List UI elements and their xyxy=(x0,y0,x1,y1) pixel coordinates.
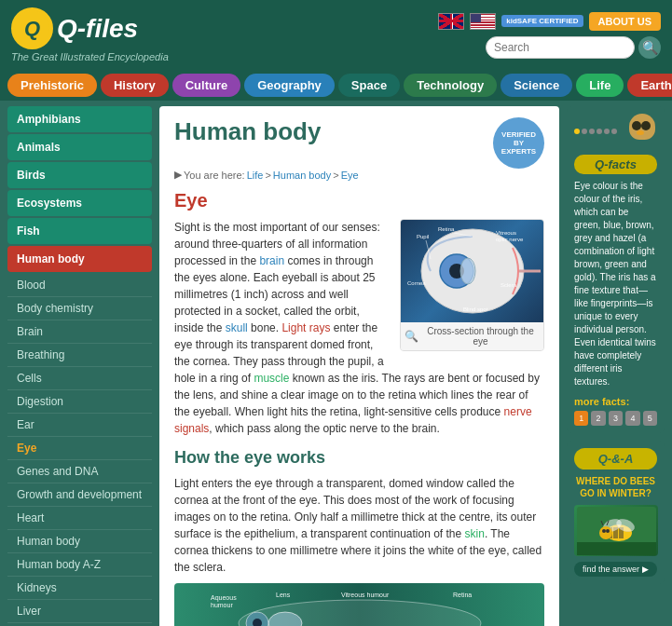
breadcrumb: ▶ You are here: Life > Human body > Eye xyxy=(174,169,544,181)
qanda-title-box: Q-&-A xyxy=(574,448,657,470)
qanda-box: Q-&-A WHERE DO BEES GO IN WINTER? xyxy=(567,441,665,584)
nav-history[interactable]: History xyxy=(101,74,169,97)
logo-q-icon: Q xyxy=(11,7,53,49)
sidebar-item-amphibians[interactable]: Amphibians xyxy=(7,106,152,132)
sidebar-link-body-chemistry[interactable]: Body chemistry xyxy=(7,297,152,320)
eye-diagram: Pupil Retina Vitreous optic nerve Cornea… xyxy=(400,219,544,351)
sidebar-link-growth[interactable]: Growth and development xyxy=(7,483,152,507)
nav-prehistoric[interactable]: Prehistoric xyxy=(7,74,97,97)
caption-text: Cross-section through the eye xyxy=(421,326,540,347)
sidebar-item-ecosystems[interactable]: Ecosystems xyxy=(7,190,152,216)
sidebar-link-eye[interactable]: Eye xyxy=(7,437,152,460)
page-dot-1[interactable]: 1 xyxy=(574,411,588,426)
sidebar-item-animals[interactable]: Animals xyxy=(7,134,152,160)
svg-text:Lens: Lens xyxy=(276,592,291,598)
dot-4 xyxy=(597,129,602,134)
dot-6 xyxy=(611,129,617,134)
page-dot-4[interactable]: 4 xyxy=(625,411,639,426)
svg-text:Aqueous: Aqueous xyxy=(211,594,237,602)
sidebar-link-digestion[interactable]: Digestion xyxy=(7,390,152,414)
logo-subtitle: The Great Illustrated Encyclopedia xyxy=(11,51,169,62)
more-facts-label: more facts: xyxy=(574,396,657,407)
svg-text:Retina: Retina xyxy=(438,226,455,232)
search-row: 🔍 xyxy=(486,36,661,59)
sidebar-link-cells[interactable]: Cells xyxy=(7,367,152,390)
nav-technology[interactable]: Technology xyxy=(404,74,497,97)
page-dot-3[interactable]: 3 xyxy=(609,411,623,426)
breadcrumb-arrow-icon: ▶ xyxy=(174,169,182,181)
magnify-icon: 🔍 xyxy=(405,330,418,343)
page-dots: 1 2 3 4 5 xyxy=(574,411,657,426)
svg-text:Vitreous: Vitreous xyxy=(496,230,516,236)
breadcrumb-humanbody-link[interactable]: Human body xyxy=(273,170,331,181)
svg-text:optic nerve: optic nerve xyxy=(496,237,524,242)
nav-science[interactable]: Science xyxy=(501,74,572,97)
dot-3 xyxy=(589,129,595,134)
svg-point-33 xyxy=(606,529,610,533)
skin-link[interactable]: skin xyxy=(465,527,485,540)
breadcrumb-eye-link[interactable]: Eye xyxy=(341,170,359,181)
page-title: Human body xyxy=(174,117,321,146)
light-rays-link[interactable]: Light rays xyxy=(281,321,330,334)
flags-row: kidSAFE CERTIFIED ABOUT US xyxy=(438,12,661,31)
us-flag[interactable] xyxy=(470,13,496,30)
header-right: kidSAFE CERTIFIED ABOUT US 🔍 xyxy=(438,12,661,59)
sidebar-link-genes[interactable]: Genes and DNA xyxy=(7,460,152,483)
eye-diagram-caption: 🔍 Cross-section through the eye xyxy=(401,322,543,350)
eye-diagram-image: Pupil Retina Vitreous optic nerve Cornea… xyxy=(401,220,543,322)
search-input[interactable] xyxy=(486,36,635,59)
logo-area: Q Q-files The Great Illustrated Encyclop… xyxy=(11,7,169,62)
qfacts-title: Q-facts xyxy=(595,157,637,171)
uk-flag[interactable] xyxy=(438,13,464,30)
right-panel: Q-facts Eye colour is the colour of the … xyxy=(567,106,665,626)
sidebar-link-heart[interactable]: Heart xyxy=(7,507,152,530)
sidebar-item-fish[interactable]: Fish xyxy=(7,218,152,244)
dot-5 xyxy=(604,129,610,134)
qfacts-box: Q-facts Eye colour is the colour of the … xyxy=(567,106,665,433)
muscle-link[interactable]: muscle xyxy=(254,372,289,385)
sidebar-link-breathing[interactable]: Breathing xyxy=(7,344,152,367)
sidebar-link-brain[interactable]: Brain xyxy=(7,320,152,344)
sidebar-link-liver[interactable]: Liver xyxy=(7,600,152,623)
main-content: Human body VERIFIED BY EXPERTS ▶ You are… xyxy=(159,106,559,626)
page-dot-5[interactable]: 5 xyxy=(643,411,657,426)
qanda-title: Q-&-A xyxy=(598,452,634,466)
search-button[interactable]: 🔍 xyxy=(638,36,661,59)
about-us-button[interactable]: ABOUT US xyxy=(589,12,661,31)
sidebar-item-birds[interactable]: Birds xyxy=(7,162,152,188)
bottom-diagram: Aqueous humour Lens Vitreous humour Reti… xyxy=(174,583,544,626)
article-text-2: Light enters the eye through a transpare… xyxy=(174,475,544,576)
nav-culture[interactable]: Culture xyxy=(172,74,241,97)
page-dot-2[interactable]: 2 xyxy=(591,411,605,426)
sidebar-link-blood[interactable]: Blood xyxy=(7,274,152,297)
article-title: Eye xyxy=(174,190,544,211)
kidsafe-badge: kidSAFE CERTIFIED xyxy=(501,15,583,27)
nav-bar: Prehistoric History Culture Geography Sp… xyxy=(0,70,672,101)
svg-text:Cornea: Cornea xyxy=(407,280,426,286)
sidebar-section: Amphibians Animals Birds Ecosystems Fish… xyxy=(7,106,152,626)
skull-link[interactable]: skull xyxy=(226,321,248,334)
logo-text: Q-files xyxy=(57,14,138,44)
nav-space[interactable]: Space xyxy=(338,74,400,97)
nerve-signals-link[interactable]: nerve signals xyxy=(174,405,532,435)
svg-text:Vitreous humour: Vitreous humour xyxy=(341,592,390,598)
svg-point-3 xyxy=(460,258,475,284)
logo: Q Q-files xyxy=(11,7,169,49)
header: Q Q-files The Great Illustrated Encyclop… xyxy=(0,0,672,70)
svg-rect-24 xyxy=(577,542,656,555)
sidebar-link-ear[interactable]: Ear xyxy=(7,414,152,437)
svg-point-32 xyxy=(602,529,606,533)
sidebar: Amphibians Animals Birds Ecosystems Fish… xyxy=(7,106,152,626)
bottom-diagram-svg: Aqueous humour Lens Vitreous humour Reti… xyxy=(201,586,518,627)
breadcrumb-life-link[interactable]: Life xyxy=(247,170,264,181)
nav-life[interactable]: Life xyxy=(576,74,624,97)
sidebar-link-human-body[interactable]: Human body xyxy=(7,530,152,553)
sidebar-item-human-body[interactable]: Human body xyxy=(7,246,152,272)
nav-earth[interactable]: Earth xyxy=(627,74,672,97)
sidebar-link-kidneys[interactable]: Kidneys xyxy=(7,577,152,600)
sidebar-link-human-body-az[interactable]: Human body A-Z xyxy=(7,553,152,577)
find-answer-button[interactable]: find the answer ▶ xyxy=(574,562,657,577)
nav-geography[interactable]: Geography xyxy=(244,74,335,97)
svg-text:Pupil: Pupil xyxy=(417,234,429,239)
brain-link[interactable]: brain xyxy=(259,254,284,267)
